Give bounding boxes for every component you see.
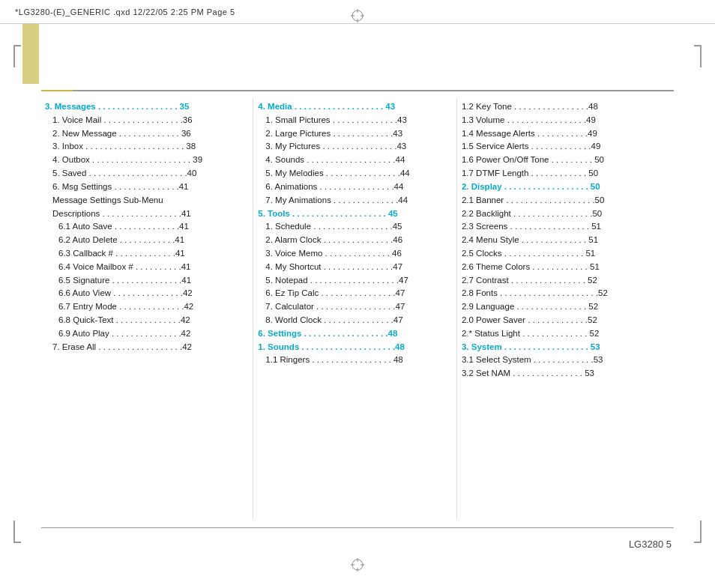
top-rule xyxy=(41,90,674,91)
toc-entry: 2. Large Pictures . . . . . . . . . . . … xyxy=(258,127,449,141)
toc-entry: 1.5 Service Alerts . . . . . . . . . . .… xyxy=(462,140,672,154)
toc-entry: 6. Animations . . . . . . . . . . . . . … xyxy=(258,181,449,194)
page-number: LG3280 5 xyxy=(629,539,672,550)
toc-entry: 2.6 Theme Colors . . . . . . . . . . . .… xyxy=(462,261,672,274)
toc-entry: 2. Display . . . . . . . . . . . . . . .… xyxy=(462,181,672,194)
toc-entry: 7. Erase All . . . . . . . . . . . . . .… xyxy=(45,341,245,354)
toc-entry: 7. My Animations . . . . . . . . . . . .… xyxy=(258,194,449,207)
crosshair-top-icon xyxy=(351,9,364,22)
toc-entry: 2.4 Menu Style . . . . . . . . . . . . .… xyxy=(462,234,672,247)
header-text: *LG3280-(E)_GENERIC .qxd 12/22/05 2:25 P… xyxy=(15,7,235,16)
toc-column-2: 4. Media . . . . . . . . . . . . . . . .… xyxy=(255,96,455,522)
toc-entry: Message Settings Sub-Menu xyxy=(45,194,245,207)
toc-entry: 1.3 Volume . . . . . . . . . . . . . . .… xyxy=(462,114,672,127)
toc-entry: 6.2 Auto Delete . . . . . . . . . . . .4… xyxy=(45,234,245,247)
toc-entry: 6.8 Quick-Text . . . . . . . . . . . . .… xyxy=(45,314,245,327)
toc-entry: 5. Notepad . . . . . . . . . . . . . . .… xyxy=(258,274,449,288)
toc-entry: 2.5 Clocks . . . . . . . . . . . . . . .… xyxy=(462,247,672,261)
toc-entry: 6.9 Auto Play . . . . . . . . . . . . . … xyxy=(45,327,245,341)
toc-entry: 2.8 Fonts . . . . . . . . . . . . . . . … xyxy=(462,287,672,300)
toc-entry: 3. Voice Memo . . . . . . . . . . . . . … xyxy=(258,247,449,261)
toc-entry: 1.2 Key Tone . . . . . . . . . . . . . .… xyxy=(462,100,672,114)
toc-entry: 2.* Status Light . . . . . . . . . . . .… xyxy=(462,327,672,341)
toc-entry: 6.7 Entry Mode . . . . . . . . . . . . .… xyxy=(45,300,245,314)
toc-entry: 6.1 Auto Save . . . . . . . . . . . . . … xyxy=(45,220,245,234)
toc-entry: 4. Media . . . . . . . . . . . . . . . .… xyxy=(258,100,449,114)
toc-column-1: 3. Messages . . . . . . . . . . . . . . … xyxy=(43,96,251,522)
toc-entry: 6.4 Voice Mailbox # . . . . . . . . . .4… xyxy=(45,261,245,274)
toc-entry: 6. Settings . . . . . . . . . . . . . . … xyxy=(258,327,449,341)
toc-entry: 5. Saved . . . . . . . . . . . . . . . .… xyxy=(45,167,245,181)
toc-entry: 3. System . . . . . . . . . . . . . . . … xyxy=(462,341,672,354)
toc-entry: 6. Msg Settings . . . . . . . . . . . . … xyxy=(45,181,245,194)
toc-entry: 6.6 Auto View . . . . . . . . . . . . . … xyxy=(45,287,245,300)
toc-entry: 2. New Message . . . . . . . . . . . . .… xyxy=(45,127,245,141)
toc-entry: 1. Sounds . . . . . . . . . . . . . . . … xyxy=(258,341,449,354)
toc-entry: 4. Outbox . . . . . . . . . . . . . . . … xyxy=(45,154,245,167)
toc-entry: 6.3 Callback # . . . . . . . . . . . . .… xyxy=(45,247,245,261)
left-accent-stripe xyxy=(22,24,39,84)
toc-entry: 1.4 Message Alerts . . . . . . . . . . .… xyxy=(462,127,672,141)
toc-entry: 6. Ez Tip Calc . . . . . . . . . . . . .… xyxy=(258,287,449,300)
left-mark-top xyxy=(13,45,21,67)
toc-entry: 5. Tools . . . . . . . . . . . . . . . .… xyxy=(258,207,449,221)
toc-entry: 3. My Pictures . . . . . . . . . . . . .… xyxy=(258,140,449,154)
toc-entry: 2.9 Language . . . . . . . . . . . . . .… xyxy=(462,300,672,314)
toc-entry: 2.2 Backlight . . . . . . . . . . . . . … xyxy=(462,207,672,221)
toc-entry: 3.2 Set NAM . . . . . . . . . . . . . . … xyxy=(462,367,672,381)
toc-entry: 1.6 Power On/Off Tone . . . . . . . . . … xyxy=(462,154,672,167)
toc-entry: 5. My Melodies . . . . . . . . . . . . .… xyxy=(258,167,449,181)
toc-entry: 3. Inbox . . . . . . . . . . . . . . . .… xyxy=(45,140,245,154)
toc-entry: 3.1 Select System . . . . . . . . . . . … xyxy=(462,354,672,367)
toc-entry: 2. Alarm Clock . . . . . . . . . . . . .… xyxy=(258,234,449,247)
toc-content: 3. Messages . . . . . . . . . . . . . . … xyxy=(43,96,672,522)
toc-entry: Descriptions . . . . . . . . . . . . . .… xyxy=(45,207,245,221)
toc-entry: 1.7 DTMF Length . . . . . . . . . . . . … xyxy=(462,167,672,181)
toc-entry: 6.5 Signature . . . . . . . . . . . . . … xyxy=(45,274,245,288)
toc-entry: 1. Voice Mail . . . . . . . . . . . . . … xyxy=(45,114,245,127)
crosshair-bottom-icon xyxy=(351,558,364,572)
toc-entry: 7. Calculator . . . . . . . . . . . . . … xyxy=(258,300,449,314)
toc-entry: 1. Small Pictures . . . . . . . . . . . … xyxy=(258,114,449,127)
toc-entry: 1. Schedule . . . . . . . . . . . . . . … xyxy=(258,220,449,234)
toc-entry: 4. My Shortcut . . . . . . . . . . . . .… xyxy=(258,261,449,274)
toc-entry: 2.0 Power Saver . . . . . . . . . . . . … xyxy=(462,314,672,327)
right-mark-top xyxy=(694,45,702,67)
toc-entry: 2.1 Banner . . . . . . . . . . . . . . .… xyxy=(462,194,672,207)
toc-entry: 8. World Clock . . . . . . . . . . . . .… xyxy=(258,314,449,327)
toc-column-3: 1.2 Key Tone . . . . . . . . . . . . . .… xyxy=(459,96,672,522)
toc-entry: 4. Sounds . . . . . . . . . . . . . . . … xyxy=(258,154,449,167)
col-divider-1 xyxy=(253,99,253,519)
toc-entry: 1.1 Ringers . . . . . . . . . . . . . . … xyxy=(258,354,449,367)
toc-entry: 2.3 Screens . . . . . . . . . . . . . . … xyxy=(462,220,672,234)
toc-entry: 2.7 Contrast . . . . . . . . . . . . . .… xyxy=(462,274,672,288)
toc-entry: 3. Messages . . . . . . . . . . . . . . … xyxy=(45,100,245,114)
col-divider-2 xyxy=(456,99,457,519)
